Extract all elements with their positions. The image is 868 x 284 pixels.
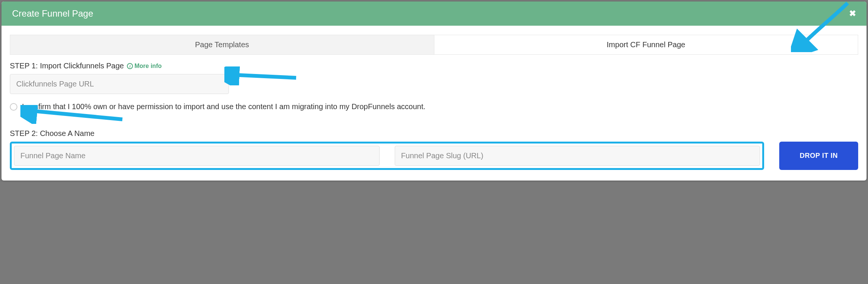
funnel-page-name-input[interactable] bbox=[14, 146, 380, 166]
tab-bar: Page Templates Import CF Funnel Page bbox=[10, 35, 858, 55]
svg-line-2 bbox=[232, 75, 296, 78]
confirm-text: I confirm that I 100% own or have permis… bbox=[22, 102, 425, 111]
info-icon: i bbox=[127, 63, 133, 69]
more-info-text: More info bbox=[134, 63, 162, 69]
confirm-ownership-radio[interactable] bbox=[10, 103, 17, 111]
modal-body: Page Templates Import CF Funnel Page STE… bbox=[2, 26, 866, 181]
modal-header: Create Funnel Page ✖ bbox=[2, 2, 866, 26]
drop-it-in-button[interactable]: DROP IT IN bbox=[779, 142, 858, 170]
tab-page-templates[interactable]: Page Templates bbox=[10, 35, 434, 54]
more-info-link[interactable]: i More info bbox=[127, 63, 162, 69]
close-button[interactable]: ✖ bbox=[849, 9, 856, 18]
confirm-row: I confirm that I 100% own or have permis… bbox=[10, 102, 858, 111]
funnel-page-slug-input[interactable] bbox=[395, 146, 760, 166]
step1-label: STEP 1: Import Clickfunnels Page bbox=[10, 62, 124, 70]
step2-label: STEP 2: Choose A Name bbox=[10, 129, 94, 138]
step2-row: DROP IT IN bbox=[10, 142, 858, 170]
tab-import-cf[interactable]: Import CF Funnel Page bbox=[434, 35, 858, 54]
step1-label-row: STEP 1: Import Clickfunnels Page i More … bbox=[10, 62, 858, 70]
create-funnel-modal: Create Funnel Page ✖ Page Templates Impo… bbox=[2, 2, 866, 181]
svg-line-4 bbox=[30, 111, 122, 119]
clickfunnels-url-input[interactable] bbox=[10, 74, 229, 94]
close-icon: ✖ bbox=[849, 9, 856, 18]
name-inputs-highlight bbox=[10, 142, 764, 170]
modal-title: Create Funnel Page bbox=[12, 8, 93, 19]
url-input-wrap bbox=[10, 74, 229, 94]
step2-label-row: STEP 2: Choose A Name bbox=[10, 129, 858, 138]
